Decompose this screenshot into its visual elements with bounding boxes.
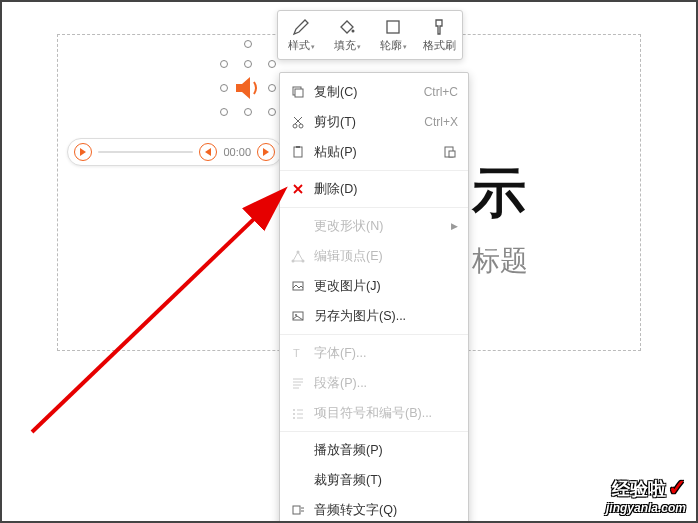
resize-handle[interactable] xyxy=(220,84,228,92)
resize-handle[interactable] xyxy=(220,60,228,68)
menu-label: 音频转文字(Q) xyxy=(314,502,458,519)
title-fragment: 示 xyxy=(472,157,526,230)
svg-rect-3 xyxy=(295,89,303,97)
bullets-icon xyxy=(290,406,306,420)
audio-track[interactable] xyxy=(98,151,193,153)
svg-point-11 xyxy=(297,251,300,254)
brush-icon xyxy=(430,18,448,36)
resize-handle[interactable] xyxy=(268,60,276,68)
menu-label: 剪切(T) xyxy=(314,114,416,131)
bucket-icon xyxy=(338,18,356,36)
menu-label: 项目符号和编号(B)... xyxy=(314,405,458,422)
copy-icon xyxy=(290,85,306,99)
menu-label: 段落(P)... xyxy=(314,375,458,392)
format-painter-button[interactable]: 格式刷 xyxy=(416,11,462,59)
fill-button[interactable]: 填充▾ xyxy=(324,11,370,59)
menu-separator xyxy=(280,334,468,335)
menu-label: 播放音频(P) xyxy=(314,442,458,459)
cut-icon xyxy=(290,115,306,129)
menu-item-n: 更改形状(N)▶ xyxy=(280,211,468,241)
subtitle-fragment: 标题 xyxy=(472,242,528,280)
paragraph-icon xyxy=(290,376,306,390)
menu-separator xyxy=(280,207,468,208)
svg-rect-20 xyxy=(293,506,300,514)
svg-point-0 xyxy=(352,29,355,32)
audio-player[interactable]: 00:00 xyxy=(67,138,282,166)
play-button[interactable] xyxy=(74,143,92,161)
svg-point-18 xyxy=(293,413,295,415)
audio-time: 00:00 xyxy=(223,146,251,158)
resize-handle[interactable] xyxy=(268,84,276,92)
format-toolbar: 样式▾ 填充▾ 轮廓▾ 格式刷 xyxy=(277,10,463,60)
svg-point-4 xyxy=(293,124,297,128)
menu-item-b: 项目符号和编号(B)... xyxy=(280,398,468,428)
watermark: 经验啦✓ jingyanla.com xyxy=(606,475,686,515)
menu-item-c[interactable]: 复制(C)Ctrl+C xyxy=(280,77,468,107)
svg-point-5 xyxy=(299,124,303,128)
context-menu: 复制(C)Ctrl+C剪切(T)Ctrl+X粘贴(P)删除(D)更改形状(N)▶… xyxy=(279,72,469,523)
style-button[interactable]: 样式▾ xyxy=(278,11,324,59)
menu-item-e: 编辑顶点(E) xyxy=(280,241,468,271)
svg-rect-1 xyxy=(387,21,399,33)
edit-points-icon xyxy=(290,249,306,263)
menu-label: 字体(F)... xyxy=(314,345,458,362)
menu-item-p: 段落(P)... xyxy=(280,368,468,398)
paste-options-icon xyxy=(442,145,458,159)
menu-item-f: T字体(F)... xyxy=(280,338,468,368)
font-icon: T xyxy=(290,346,306,360)
menu-item-q[interactable]: 音频转文字(Q) xyxy=(280,495,468,523)
svg-point-10 xyxy=(292,260,295,263)
menu-label: 删除(D) xyxy=(314,181,458,198)
svg-point-19 xyxy=(293,417,295,419)
svg-point-17 xyxy=(293,409,295,411)
svg-point-12 xyxy=(302,260,305,263)
submenu-arrow-icon: ▶ xyxy=(451,221,458,231)
svg-rect-6 xyxy=(294,147,302,157)
menu-item-t[interactable]: 裁剪音频(T) xyxy=(280,465,468,495)
menu-label: 裁剪音频(T) xyxy=(314,472,458,489)
svg-rect-9 xyxy=(449,151,455,157)
menu-separator xyxy=(280,431,468,432)
svg-rect-7 xyxy=(296,146,300,148)
menu-label: 更改形状(N) xyxy=(314,218,443,235)
menu-item-p[interactable]: 播放音频(P) xyxy=(280,435,468,465)
menu-item-d[interactable]: 删除(D) xyxy=(280,174,468,204)
svg-text:T: T xyxy=(293,347,300,359)
menu-label: 复制(C) xyxy=(314,84,416,101)
menu-item-j[interactable]: 更改图片(J) xyxy=(280,271,468,301)
menu-item-p[interactable]: 粘贴(P) xyxy=(280,137,468,167)
delete-icon xyxy=(290,182,306,196)
paste-icon xyxy=(290,145,306,159)
change-image-icon xyxy=(290,279,306,293)
menu-label: 编辑顶点(E) xyxy=(314,248,458,265)
shortcut-label: Ctrl+C xyxy=(424,85,458,99)
menu-label: 粘贴(P) xyxy=(314,144,434,161)
resize-handle[interactable] xyxy=(220,108,228,116)
menu-item-s[interactable]: 另存为图片(S)... xyxy=(280,301,468,331)
audio-object[interactable] xyxy=(224,64,272,112)
outline-button[interactable]: 轮廓▾ xyxy=(370,11,416,59)
audio-text-icon xyxy=(290,503,306,517)
resize-handle[interactable] xyxy=(268,108,276,116)
resize-handle[interactable] xyxy=(244,108,252,116)
rotate-handle[interactable] xyxy=(244,40,252,48)
pencil-icon xyxy=(292,18,310,36)
rect-icon xyxy=(384,18,402,36)
menu-label: 另存为图片(S)... xyxy=(314,308,458,325)
menu-label: 更改图片(J) xyxy=(314,278,458,295)
menu-separator xyxy=(280,170,468,171)
prev-button[interactable] xyxy=(199,143,217,161)
shortcut-label: Ctrl+X xyxy=(424,115,458,129)
speaker-icon xyxy=(232,72,264,104)
resize-handle[interactable] xyxy=(244,60,252,68)
save-image-icon xyxy=(290,309,306,323)
next-button[interactable] xyxy=(257,143,275,161)
menu-item-t[interactable]: 剪切(T)Ctrl+X xyxy=(280,107,468,137)
